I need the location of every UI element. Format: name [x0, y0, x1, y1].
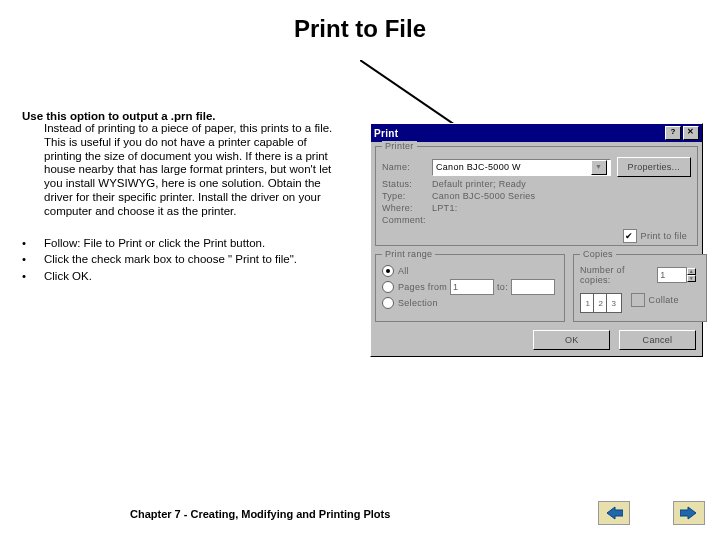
dialog-titlebar: Print ? ✕ [371, 124, 702, 142]
copies-input[interactable]: 1 [657, 267, 687, 283]
status-label: Status: [382, 179, 432, 189]
range-all[interactable]: All [382, 265, 558, 277]
collate-checkbox[interactable] [631, 293, 645, 307]
num-copies-label: Number of copies: [580, 265, 651, 285]
print-to-file-checkbox[interactable]: ✔ [623, 229, 637, 243]
nav-prev-button[interactable] [598, 501, 630, 525]
instruction-item: Click the check mark box to choose " Pri… [22, 253, 347, 267]
instruction-item: Click OK. [22, 270, 347, 284]
cancel-button[interactable]: Cancel [619, 330, 696, 350]
print-dialog: Print ? ✕ Printer Name: Canon BJC-5000 W… [370, 123, 703, 357]
printer-select-value: Canon BJC-5000 W [436, 162, 521, 172]
prev-icon [605, 506, 623, 520]
instruction-list: Follow: File to Print or click the Print… [22, 237, 347, 284]
status-value: Default printer; Ready [432, 179, 526, 189]
svg-marker-3 [680, 507, 696, 519]
dialog-title: Print [374, 128, 398, 139]
where-value: LPT1: [432, 203, 458, 213]
nav-next-button[interactable] [673, 501, 705, 525]
print-range-group: Print range All Pages from 1 to: Selecti… [375, 254, 565, 322]
ok-button[interactable]: OK [533, 330, 610, 350]
type-value: Canon BJC-5000 Series [432, 191, 535, 201]
help-button[interactable]: ? [665, 126, 681, 140]
where-label: Where: [382, 203, 432, 213]
printer-legend: Printer [382, 141, 417, 151]
comment-label: Comment: [382, 215, 432, 225]
copies-group: Copies Number of copies: 1 ▲▼ 1 2 3 Coll… [573, 254, 707, 322]
to-input[interactable] [511, 279, 555, 295]
footer-text: Chapter 7 - Creating, Modifying and Prin… [130, 508, 390, 520]
svg-marker-2 [607, 507, 623, 519]
lead-body: Instead of printing to a piece of paper,… [44, 122, 347, 219]
properties-button[interactable]: Properties... [617, 157, 691, 177]
chevron-down-icon: ▼ [591, 160, 607, 175]
radio-pages[interactable] [382, 281, 394, 293]
radio-selection [382, 297, 394, 309]
print-to-file-label: Print to file [641, 231, 687, 241]
page-title: Print to File [0, 15, 720, 43]
copies-legend: Copies [580, 249, 616, 259]
radio-all[interactable] [382, 265, 394, 277]
instruction-item: Follow: File to Print or click the Print… [22, 237, 347, 251]
type-label: Type: [382, 191, 432, 201]
range-pages[interactable]: Pages from 1 to: [382, 279, 558, 295]
next-icon [680, 506, 698, 520]
dialog-actions: OK Cancel [371, 326, 702, 356]
copies-spinner[interactable]: ▲▼ [687, 268, 696, 282]
body-text: Use this option to output a .prn file. I… [22, 110, 347, 287]
lead-heading: Use this option to output a .prn file. [22, 110, 347, 122]
name-label: Name: [382, 162, 432, 172]
printer-select[interactable]: Canon BJC-5000 W ▼ [432, 159, 611, 176]
collate-icon: 1 2 3 [580, 293, 625, 313]
from-input[interactable]: 1 [450, 279, 494, 295]
range-legend: Print range [382, 249, 435, 259]
collate-label: Collate [649, 295, 679, 305]
close-button[interactable]: ✕ [683, 126, 699, 140]
print-to-file-option[interactable]: ✔ Print to file [623, 229, 687, 243]
printer-group: Printer Name: Canon BJC-5000 W ▼ Propert… [375, 146, 698, 246]
range-selection: Selection [382, 297, 558, 309]
